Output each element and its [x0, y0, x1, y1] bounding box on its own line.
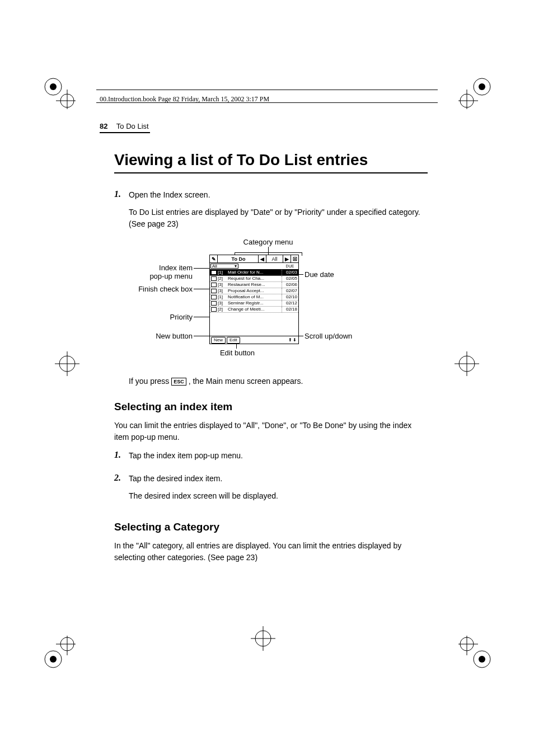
svg-point-20 — [50, 656, 57, 663]
item-title: Seminar Registr... — [228, 300, 282, 306]
popup-value: All — [212, 264, 217, 269]
text: , the Main menu screen appears. — [189, 377, 303, 386]
due-date-value: 02/06 — [282, 282, 298, 288]
callout-due-date: Due date — [305, 270, 334, 279]
running-head: 82 To Do List — [100, 122, 149, 130]
due-date-value: 02/05 — [282, 276, 298, 281]
item-title: Mail Order for N... — [228, 270, 282, 275]
step-desc: The desired index screen will be display… — [129, 490, 428, 502]
list-item[interactable]: [1]Notification of M...02/10 — [210, 294, 298, 300]
scroll-icons[interactable]: ⬆⬇ — [288, 337, 297, 343]
callout-line — [194, 336, 210, 336]
svg-point-9 — [479, 83, 485, 90]
heading-selecting-index: Selecting an index item — [114, 401, 428, 413]
reg-mark-icon — [246, 622, 280, 655]
callout-priority: Priority — [148, 313, 193, 321]
due-date-value: 02/07 — [282, 288, 298, 294]
next-arrow-icon[interactable]: ▶ — [283, 255, 291, 262]
step-desc: To Do List entries are displayed by "Dat… — [129, 206, 428, 230]
item-title: Request for Cha... — [228, 276, 282, 281]
list-item[interactable]: [3]Proposal Accept...02/07 — [210, 288, 298, 294]
reg-mark-icon — [42, 636, 76, 669]
page-title: Viewing a list of To Do List entries — [114, 151, 428, 169]
list-item[interactable]: [2]Request for Cha...02/05 — [210, 276, 298, 282]
callout-index-item: Index item — [159, 264, 193, 272]
title-rule — [114, 172, 428, 173]
reg-mark-icon — [458, 636, 492, 669]
esc-key-icon: ESC — [171, 378, 186, 386]
finish-checkbox[interactable] — [211, 295, 217, 299]
section-name: To Do List — [116, 122, 149, 130]
screen-title: To Do — [218, 256, 258, 262]
priority-value: [3] — [218, 282, 228, 288]
edit-button[interactable]: Edit — [227, 337, 240, 344]
finish-checkbox[interactable] — [211, 270, 217, 275]
item-title: Notification of M... — [228, 294, 282, 300]
heading-selecting-category: Selecting a Category — [114, 521, 428, 533]
prev-arrow-icon[interactable]: ◀ — [258, 255, 266, 262]
callout-finish-checkbox: Finish check box — [120, 285, 193, 293]
finish-checkbox[interactable] — [211, 289, 217, 293]
finish-checkbox[interactable] — [211, 283, 217, 287]
callout-line — [236, 344, 237, 349]
finish-checkbox[interactable] — [211, 307, 217, 312]
priority-value: [2] — [218, 307, 228, 312]
esc-paragraph: If you press ESC , the Main menu screen … — [129, 375, 428, 387]
list-item[interactable]: [1]Mail Order for N...02/03 — [210, 270, 298, 276]
step-number: 1. — [114, 189, 129, 236]
priority-value: [3] — [218, 300, 228, 306]
reg-mark-icon — [450, 347, 484, 381]
callout-new-button: New button — [137, 332, 193, 340]
paragraph: In the "All" category, all entries are d… — [114, 540, 428, 564]
step-text: Open the Index screen. — [129, 189, 428, 201]
priority-value: [1] — [218, 294, 228, 300]
finish-checkbox[interactable] — [211, 301, 217, 306]
reg-mark-icon — [458, 76, 492, 109]
priority-value: [1] — [218, 270, 228, 275]
figure: Index item pop-up menu Finish check box … — [114, 241, 428, 364]
svg-point-28 — [479, 656, 485, 663]
category-label[interactable]: All — [266, 255, 283, 262]
finish-checkbox[interactable] — [211, 276, 217, 281]
index-popup[interactable]: All ▾ — [210, 264, 238, 269]
step-text: Tap the desired index item. — [129, 473, 428, 485]
due-date-value: 02/18 — [282, 307, 298, 312]
step-number: 1. — [114, 450, 129, 467]
callout-line — [302, 252, 302, 256]
svg-point-1 — [50, 83, 57, 90]
priority-value: [3] — [218, 288, 228, 294]
callout-category-menu: Category menu — [235, 238, 302, 246]
step-text: Tap the index item pop-up menu. — [129, 450, 428, 462]
page-number: 82 — [100, 122, 107, 130]
device-screen: ✎ To Do ◀ All ▶ ☒ All ▾ DUE [1]Mail Orde… — [209, 255, 299, 344]
item-title: Change of Meeti... — [228, 307, 282, 312]
item-title: Restaurant Rese... — [228, 282, 282, 288]
due-date-value: 02/10 — [282, 294, 298, 300]
callout-line — [194, 268, 210, 269]
callout-line — [268, 247, 269, 252]
running-head-rule — [100, 132, 150, 133]
header-rule — [96, 90, 438, 90]
callout-edit-button: Edit button — [209, 349, 265, 357]
chevron-down-icon: ▾ — [235, 264, 237, 269]
paragraph: You can limit the entries displayed to "… — [114, 420, 428, 443]
due-date-value: 02/12 — [282, 300, 298, 306]
callout-scroll: Scroll up/down — [305, 332, 352, 340]
list-item[interactable]: [2]Change of Meeti...02/18 — [210, 307, 298, 313]
priority-value: [2] — [218, 276, 228, 281]
list-item[interactable]: [3]Restaurant Rese...02/06 — [210, 282, 298, 288]
header-rule — [96, 102, 438, 103]
new-button[interactable]: New — [211, 337, 226, 344]
item-title: Proposal Accept... — [228, 288, 282, 294]
reg-mark-icon — [50, 347, 84, 381]
callout-popup-menu: pop-up menu — [149, 272, 193, 280]
close-icon[interactable]: ☒ — [291, 255, 298, 262]
app-icon: ✎ — [210, 255, 218, 262]
due-date-value: 02/03 — [282, 270, 298, 275]
reg-mark-icon — [42, 76, 76, 109]
list-item[interactable]: [3]Seminar Registr...02/12 — [210, 300, 298, 307]
text: If you press — [129, 377, 171, 386]
step-number: 2. — [114, 473, 129, 508]
due-header: DUE — [282, 263, 298, 269]
